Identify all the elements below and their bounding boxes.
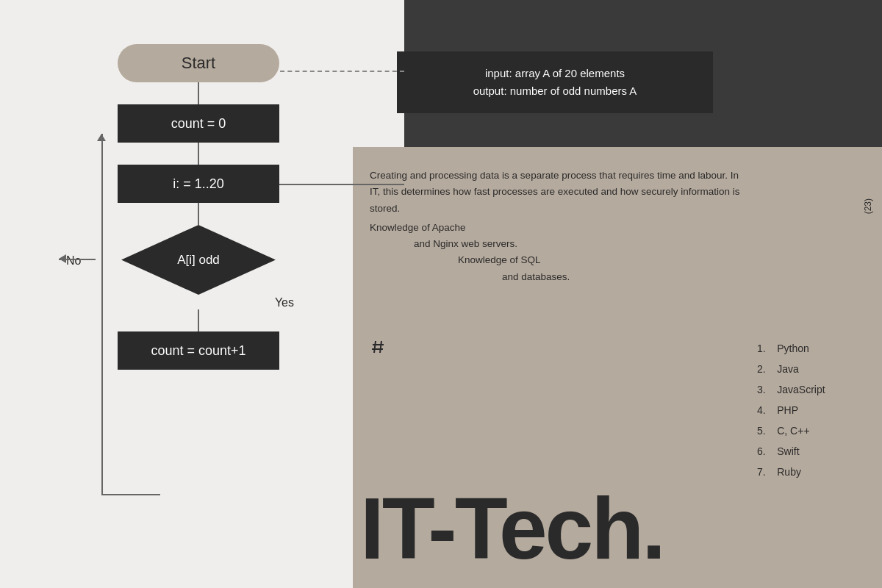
yes-label: Yes xyxy=(275,296,294,309)
loop-left-line xyxy=(101,134,103,494)
fc-i-step: i: = 1..20 xyxy=(59,165,338,225)
start-shape: Start xyxy=(118,44,279,82)
line-diamond-to-count-plus xyxy=(198,309,199,331)
info-box: input: array A of 20 elements output: nu… xyxy=(397,51,713,113)
list-item-2: 2. Java xyxy=(757,359,825,379)
info-line1: input: array A of 20 elements xyxy=(415,65,695,82)
count-zero-box: count = 0 xyxy=(118,104,279,143)
fc-diamond-section: No A[i] odd Yes xyxy=(59,225,338,331)
start-label: Start xyxy=(182,54,215,73)
desc-para2: Knowledge of Apache xyxy=(370,220,745,236)
count-plus-label: count = count+1 xyxy=(151,343,245,359)
svg-line-0 xyxy=(374,341,376,353)
svg-line-1 xyxy=(380,341,381,353)
list-item-1: 1. Python xyxy=(757,338,825,359)
no-arrowhead xyxy=(59,254,66,263)
language-list: 1. Python 2. Java 3. JavaScript 4. PHP 5… xyxy=(757,338,825,482)
count-zero-label: count = 0 xyxy=(171,116,226,132)
no-label: No xyxy=(66,254,81,268)
decision-diamond: A[i] odd xyxy=(121,225,276,295)
list-item-7: 7. Ruby xyxy=(757,462,825,482)
desc-para3: and Nginx web servers. xyxy=(370,236,745,252)
line-start-to-count xyxy=(198,82,199,104)
i-box: i: = 1..20 xyxy=(118,165,279,203)
fc-start-step: Start xyxy=(59,44,338,104)
desc-para4: Knowledge of SQL xyxy=(370,252,745,268)
description-text: Creating and processing data is a separa… xyxy=(370,168,745,285)
hash-icon xyxy=(371,340,386,354)
i-label: i: = 1..20 xyxy=(173,176,224,192)
count-plus-box: count = count+1 xyxy=(118,331,279,370)
info-line2: output: number of odd numbers A xyxy=(415,82,695,100)
list-item-4: 4. PHP xyxy=(757,400,825,420)
loop-bottom-line xyxy=(101,494,160,495)
desc-para5: and databases. xyxy=(370,269,745,285)
list-item-6: 6. Swift xyxy=(757,441,825,462)
decision-label: A[i] odd xyxy=(177,253,220,268)
line-i-to-diamond xyxy=(198,203,199,225)
fc-count-plus-step: count = count+1 xyxy=(59,331,338,370)
desc-para1: Creating and processing data is a separa… xyxy=(370,168,745,217)
big-title: IT-Tech. xyxy=(360,485,664,572)
list-item-5: 5. C, C++ xyxy=(757,420,825,441)
loop-up-arrowhead xyxy=(97,134,106,141)
flowchart: Start count = 0 i: = 1..20 No A[i] odd Y… xyxy=(59,44,338,370)
list-item-3: 3. JavaScript xyxy=(757,379,825,400)
page-number: (23) xyxy=(863,198,873,214)
hash-symbol xyxy=(371,340,386,358)
line-count-to-i xyxy=(198,143,199,165)
